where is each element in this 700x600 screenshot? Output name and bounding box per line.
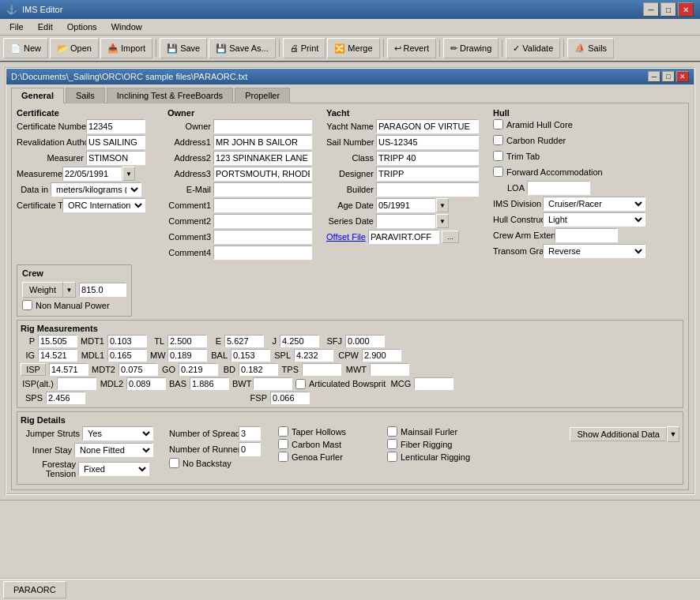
owner-input[interactable]: [213, 119, 312, 133]
addr2-input[interactable]: [213, 151, 312, 165]
no-backstay-checkbox[interactable]: [169, 458, 179, 468]
print-button[interactable]: 🖨 Print: [283, 38, 326, 58]
age-date-input[interactable]: [376, 198, 435, 212]
mwt-input[interactable]: [370, 363, 409, 376]
save-as-button[interactable]: 💾 Save As...: [209, 38, 276, 58]
genoa-furler-checkbox[interactable]: [278, 452, 288, 462]
show-additional-button[interactable]: Show Additional Data: [570, 427, 667, 441]
data-in-select[interactable]: meters/kilograms (Me: [51, 182, 141, 197]
comment3-input[interactable]: [213, 230, 312, 244]
crew-arm-input[interactable]: [555, 228, 618, 242]
forestay-tension-select[interactable]: Fixed: [78, 462, 149, 476]
taper-hollows-checkbox[interactable]: [278, 426, 288, 437]
designer-input[interactable]: [376, 167, 479, 181]
comment2-input[interactable]: [213, 214, 312, 228]
go-input[interactable]: [179, 363, 218, 376]
bal-input[interactable]: [231, 349, 270, 362]
fiber-rigging-checkbox[interactable]: [387, 439, 397, 449]
spl-input[interactable]: [294, 349, 333, 362]
inner-stay-select[interactable]: None Fitted: [74, 443, 153, 457]
show-additional-arrow-button[interactable]: ▼: [667, 426, 679, 442]
cert-type-select[interactable]: ORC International: [62, 198, 145, 212]
menu-file[interactable]: File: [3, 21, 30, 33]
class-input[interactable]: [376, 151, 479, 165]
bd-input[interactable]: [239, 363, 278, 376]
weight-arrow-button[interactable]: ▼: [63, 282, 76, 298]
p-input[interactable]: [38, 335, 77, 347]
offset-file-link[interactable]: Offset File: [326, 232, 366, 242]
loa-input[interactable]: [527, 181, 590, 195]
drawing-button[interactable]: ✏ Drawing: [443, 38, 499, 58]
forward-accom-checkbox[interactable]: [493, 167, 503, 177]
merge-button[interactable]: 🔀 Merge: [327, 38, 379, 58]
isp-button[interactable]: ISP: [21, 363, 46, 376]
transom-select[interactable]: Reverse: [543, 244, 645, 258]
doc-minimize-button[interactable]: ─: [648, 71, 660, 82]
validate-button[interactable]: ✓ Validate: [506, 38, 560, 58]
save-button[interactable]: 💾 Save: [160, 38, 207, 58]
doc-close-button[interactable]: ✕: [676, 71, 689, 82]
sfj-input[interactable]: [345, 335, 385, 347]
email-input[interactable]: [213, 182, 312, 197]
carbon-mast-checkbox[interactable]: [278, 439, 288, 449]
mdt2-input[interactable]: [119, 363, 158, 376]
lenticular-checkbox[interactable]: [387, 452, 397, 462]
fsp-input[interactable]: [270, 392, 310, 404]
series-date-input[interactable]: [376, 214, 435, 228]
comment4-input[interactable]: [213, 246, 312, 260]
mainsail-furler-checkbox[interactable]: [387, 426, 397, 437]
e-input[interactable]: [224, 335, 264, 347]
menu-options[interactable]: Options: [61, 21, 103, 33]
reval-auth-input[interactable]: [86, 135, 145, 149]
browse-button[interactable]: ...: [442, 231, 459, 243]
measurer-input[interactable]: [86, 151, 145, 165]
isp-input[interactable]: [49, 363, 88, 376]
age-date-calendar-button[interactable]: ▼: [436, 198, 449, 212]
addr3-input[interactable]: [213, 167, 312, 181]
mw-input[interactable]: [167, 349, 207, 362]
menu-window[interactable]: Window: [105, 21, 149, 33]
trim-tab-checkbox[interactable]: [493, 151, 503, 161]
menu-edit[interactable]: Edit: [32, 21, 59, 33]
open-button[interactable]: 📂 Open: [50, 38, 99, 58]
j-input[interactable]: [280, 335, 319, 347]
builder-input[interactable]: [376, 182, 479, 197]
num-spreaders-input[interactable]: [239, 426, 261, 441]
ims-division-select[interactable]: Cruiser/Racer: [543, 197, 645, 211]
cert-number-input[interactable]: [86, 119, 145, 133]
weight-input[interactable]: [79, 283, 126, 297]
tab-sails[interactable]: Sails: [66, 88, 105, 103]
num-runners-input[interactable]: [239, 442, 261, 456]
bwt-input[interactable]: [253, 377, 292, 390]
aramid-checkbox[interactable]: [493, 119, 503, 129]
ig-input[interactable]: [38, 349, 77, 362]
sails-button[interactable]: ⛵ Sails: [567, 38, 614, 58]
hull-construction-select[interactable]: Light: [543, 212, 645, 227]
tl-input[interactable]: [167, 335, 207, 347]
tab-general[interactable]: General: [11, 88, 64, 103]
sail-num-input[interactable]: [376, 135, 479, 149]
sps-input[interactable]: [46, 392, 85, 404]
isp-alt-input[interactable]: [57, 377, 96, 390]
mdl1-input[interactable]: [107, 349, 147, 362]
import-button[interactable]: 📥 Import: [100, 38, 152, 58]
cpw-input[interactable]: [362, 349, 401, 362]
yacht-name-input[interactable]: [376, 119, 479, 133]
doc-maximize-button[interactable]: □: [662, 71, 675, 82]
addr1-input[interactable]: [213, 135, 312, 149]
tab-inclining[interactable]: Inclining Test & FreeBoards: [107, 88, 233, 103]
minimize-button[interactable]: ─: [643, 2, 659, 17]
articulated-checkbox[interactable]: [295, 379, 306, 389]
mdt1-input[interactable]: [107, 335, 147, 347]
maximize-button[interactable]: □: [660, 2, 676, 17]
tps-input[interactable]: [302, 363, 341, 376]
measurement-input[interactable]: [62, 167, 122, 181]
carbon-rudder-checkbox[interactable]: [493, 135, 503, 145]
offset-file-input[interactable]: [368, 230, 439, 244]
comment1-input[interactable]: [213, 198, 312, 212]
mcg-input[interactable]: [414, 377, 453, 390]
mdl2-input[interactable]: [126, 377, 166, 390]
bas-input[interactable]: [190, 377, 229, 390]
measurement-calendar-button[interactable]: ▼: [122, 167, 135, 181]
tab-propeller[interactable]: Propeller: [235, 88, 290, 103]
